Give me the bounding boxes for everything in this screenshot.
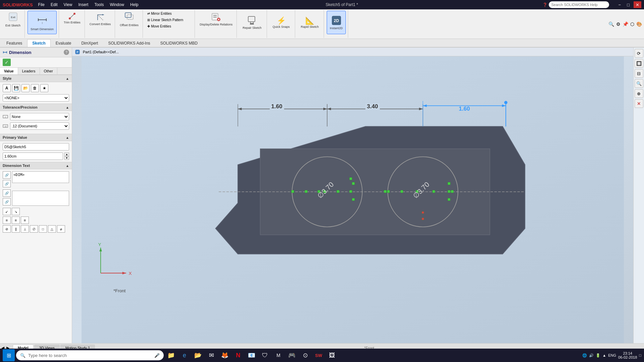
taskbar-game[interactable]: 🎮 [286, 349, 298, 361]
view-orientation-button[interactable]: ⟳ [635, 49, 643, 58]
instant2d-label: Instant2D [330, 26, 343, 30]
close-button[interactable]: ✕ [634, 1, 641, 8]
text-icon-btn-2[interactable]: ↘ [12, 208, 20, 215]
taskbar-matlab[interactable]: M [272, 349, 284, 361]
dim-extra-5[interactable]: □ [39, 225, 47, 233]
dim-extra-2[interactable]: ∥ [12, 225, 20, 233]
tolerance-section-header[interactable]: Tolerance/Precision ▲ [0, 104, 72, 111]
value-up-button[interactable]: ▲ [64, 153, 69, 156]
toolbar-extra-btn-2[interactable]: ⚙ [615, 21, 621, 27]
dim-link-btn-2[interactable]: 🔗 [3, 180, 11, 187]
toolbar-extra-btn-3[interactable]: 📌 [622, 21, 629, 27]
tab-addins[interactable]: SOLIDWORKS Add-Ins [103, 39, 155, 47]
tab-other[interactable]: Other [40, 68, 58, 74]
style-btn-2[interactable]: 💾 [12, 84, 20, 92]
dim-extra-1[interactable]: ⊘ [3, 225, 11, 233]
precision-select[interactable]: .12 (Document) [10, 122, 69, 130]
canvas-area[interactable]: P Part1 (Default<<Def... [72, 48, 633, 343]
smart-dimension-button[interactable]: ↕ Smart Dimension [28, 11, 57, 34]
start-button[interactable]: ⊞ [3, 349, 15, 361]
taskbar-edge[interactable]: e [178, 349, 191, 361]
tab-features[interactable]: Features [1, 39, 27, 47]
dim-link-btn-4[interactable]: 🔗 [3, 198, 11, 205]
taskbar-shield[interactable]: 🛡 [259, 349, 271, 361]
exit-sketch-button[interactable]: Exit Exit Sketch [3, 11, 22, 28]
taskbar-search[interactable]: 🔍 Type here to search 🎤 [16, 350, 164, 360]
taskbar-firefox[interactable]: 🦊 [219, 349, 231, 361]
quick-snaps-button[interactable]: ⚡ Quick Snaps [270, 11, 293, 34]
align-right-button[interactable]: ≡ [21, 217, 29, 224]
menu-edit[interactable]: Edit [48, 2, 60, 8]
dim-text-input-1[interactable]: <DIM> [12, 171, 69, 183]
smart-dimension-label: Smart Dimension [31, 27, 54, 31]
taskbar-mail[interactable]: 📧 [246, 349, 258, 361]
tab-evaluate[interactable]: Evaluate [51, 39, 76, 47]
trim-entities-button[interactable]: Trim Entities [62, 11, 83, 25]
dim-extra-3[interactable]: ⊥ [21, 225, 29, 233]
x-close-button[interactable]: ✕ [635, 99, 643, 108]
menu-file[interactable]: File [36, 2, 47, 8]
dim-link-btn-1[interactable]: 🔗 [3, 171, 11, 179]
toolbar-extra-btn-1[interactable]: 🔍 [608, 21, 615, 27]
dim-link-btn-3[interactable]: 🔗 [3, 189, 11, 197]
menu-window[interactable]: Window [107, 2, 127, 8]
value-down-button[interactable]: ▼ [64, 156, 69, 160]
sketch-svg[interactable]: ∅3.70 ∅3.70 1.60 [72, 56, 633, 343]
tab-dimxpert[interactable]: DimXpert [76, 39, 103, 47]
dim-extra-7[interactable]: ⌀ [57, 225, 65, 233]
confirm-button[interactable]: ✓ [3, 59, 11, 66]
convert-entities-button[interactable]: Convert Entities [88, 11, 113, 27]
menu-tools[interactable]: Tools [92, 2, 106, 8]
style-section-header[interactable]: Style ▲ [0, 75, 72, 82]
display-delete-button[interactable]: Display/Delete Relations [198, 11, 234, 27]
primary-value-header[interactable]: Primary Value ▲ [0, 134, 72, 141]
rapid-sketch-button[interactable]: 📐 Rapid Sketch [298, 11, 322, 34]
dimension-icon [3, 50, 7, 55]
taskbar-sw[interactable]: SW [313, 349, 325, 361]
section-view-button[interactable]: ⊟ [635, 69, 643, 78]
dim-text-input-2[interactable] [12, 191, 69, 206]
taskbar-email[interactable]: ✉ [205, 349, 217, 361]
instant2d-button[interactable]: 2D Instant2D [327, 11, 346, 34]
tab-mbd[interactable]: SOLIDWORKS MBD [155, 39, 203, 47]
taskbar-store[interactable]: 📁 [165, 349, 177, 361]
align-left-button[interactable]: ≡ [3, 217, 11, 224]
filter-button[interactable]: ⊕ [635, 89, 643, 98]
style-dropdown[interactable]: <NONE> [3, 94, 69, 102]
primary-value-input[interactable] [3, 153, 63, 160]
tab-leaders[interactable]: Leaders [18, 68, 40, 74]
taskbar-obs[interactable]: ⊙ [299, 349, 311, 361]
dim-extra-6[interactable]: △ [48, 225, 56, 233]
taskbar-explorer[interactable]: 📂 [192, 349, 204, 361]
menu-view[interactable]: View [61, 2, 75, 8]
tolerance-type-select[interactable]: None [10, 113, 69, 120]
search-input[interactable] [549, 1, 609, 8]
toolbar-extra-btn-5[interactable]: 🎨 [636, 21, 643, 27]
3d-view-button[interactable]: 🔲 [635, 59, 643, 68]
mirror-entities-button[interactable]: ⇌ Mirror Entities [146, 11, 193, 16]
style-btn-5[interactable]: ★ [40, 84, 48, 92]
help-button[interactable]: ? [64, 50, 69, 55]
toolbar-extra-btn-4[interactable]: ⬡ [630, 21, 635, 27]
repair-sketch-button[interactable]: Repair Sketch [239, 11, 265, 34]
style-btn-1[interactable]: A [3, 84, 11, 92]
align-center-button[interactable]: ≡ [12, 217, 20, 224]
minimize-button[interactable]: − [616, 1, 623, 8]
tab-sketch[interactable]: Sketch [27, 39, 50, 47]
linear-sketch-button[interactable]: ⊞ Linear Sketch Pattern [146, 17, 193, 23]
style-btn-4[interactable]: 🗑 [31, 84, 39, 92]
dim-extra-4[interactable]: ∅ [30, 225, 38, 233]
style-btn-3[interactable]: 📂 [21, 84, 30, 92]
taskbar-photos[interactable]: 🖼 [326, 349, 338, 361]
dim-text-header[interactable]: Dimension Text ▲ [0, 162, 72, 169]
move-entities-button[interactable]: ✚ Move Entities [146, 23, 193, 29]
menu-help[interactable]: Help [127, 2, 141, 8]
text-icon-btn-1[interactable]: ↙ [3, 208, 11, 215]
zoom-button[interactable]: 🔍 [635, 79, 643, 88]
primary-value-formula[interactable] [3, 143, 69, 150]
tab-value[interactable]: Value [0, 68, 18, 74]
taskbar-netflix[interactable]: N [232, 349, 244, 361]
offset-entities-button[interactable]: Offset Entities [118, 11, 141, 28]
maximize-button[interactable]: □ [625, 1, 632, 8]
menu-insert[interactable]: Insert [75, 2, 91, 8]
